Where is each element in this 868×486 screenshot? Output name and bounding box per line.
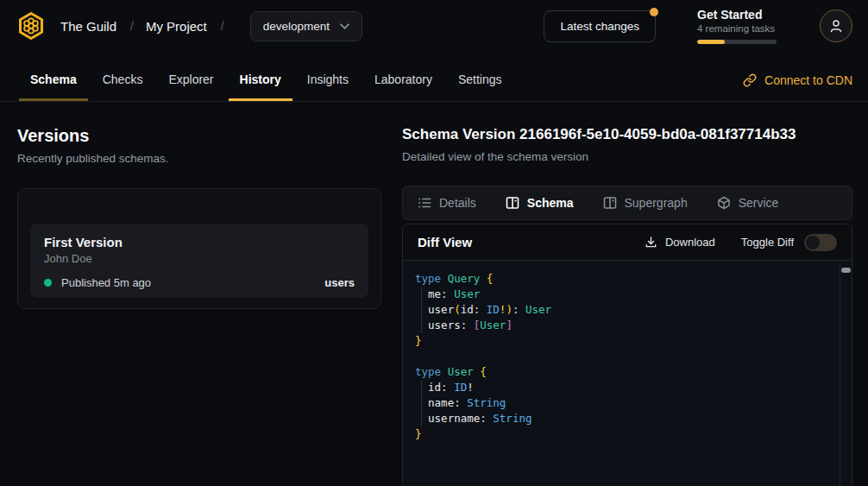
detail-tab-label: Service [739, 196, 779, 210]
detail-tab-supergraph[interactable]: Supergraph [603, 196, 688, 210]
tab-history[interactable]: History [229, 52, 292, 101]
tab-settings[interactable]: Settings [447, 52, 513, 101]
version-status: Published 5m ago [61, 276, 151, 289]
latest-changes-label: Latest changes [560, 20, 639, 33]
version-author: John Doe [44, 252, 355, 265]
service-badge: users [324, 276, 355, 289]
diff-actions: Download Toggle Diff [645, 234, 837, 251]
hive-honeycomb-logo-icon[interactable] [16, 10, 47, 41]
columns-layout-icon [506, 196, 519, 210]
tab-laboratory[interactable]: Laboratory [363, 52, 443, 101]
schema-code-viewer: type Query { me: User user(id: ID!): Use… [403, 260, 852, 486]
indent-guide [421, 287, 422, 333]
cube-icon [717, 196, 731, 210]
person-icon [828, 18, 844, 34]
get-started-title: Get Started [697, 8, 777, 22]
breadcrumb-project[interactable]: My Project [146, 19, 207, 34]
chevron-down-icon [340, 23, 349, 29]
schema-version-title: Schema Version 2166196f-5e10-4059-bd0a-0… [402, 126, 852, 143]
environment-select[interactable]: development [250, 11, 362, 41]
tab-checks[interactable]: Checks [91, 52, 154, 101]
get-started-widget[interactable]: Get Started 4 remaining tasks [697, 8, 777, 44]
detail-tab-label: Details [439, 196, 476, 210]
environment-select-value: development [263, 20, 330, 33]
code-vertical-scrollbar[interactable] [840, 261, 852, 486]
versions-title: Versions [17, 126, 381, 146]
detail-tab-label: Supergraph [625, 196, 688, 210]
diff-header: Diff View Download Toggle Diff [403, 224, 852, 260]
version-detail-panel: Schema Version 2166196f-5e10-4059-bd0a-0… [402, 126, 852, 486]
toggle-knob [806, 236, 820, 249]
versions-subtitle: Recently published schemas. [17, 152, 381, 165]
toggle-diff-switch[interactable] [804, 234, 837, 251]
schema-version-subtitle: Detailed view of the schema version [402, 150, 852, 163]
download-button[interactable]: Download [645, 236, 715, 249]
versions-panel: Versions Recently published schemas. Fir… [17, 126, 381, 486]
download-icon [645, 236, 657, 249]
scrollbar-thumb[interactable] [841, 268, 851, 273]
download-label: Download [665, 236, 715, 249]
connect-to-cdn-label: Connect to CDN [764, 73, 852, 87]
detail-tabstrip: Details Schema Supergrap [402, 186, 852, 220]
link-icon [743, 73, 757, 87]
graphql-sdl-code: type Query { me: User user(id: ID!): Use… [403, 261, 852, 452]
get-started-subtitle: 4 remaining tasks [697, 23, 777, 34]
versions-list-card: First Version John Doe Published 5m ago … [17, 188, 381, 309]
indent-guide [421, 380, 422, 426]
detail-tab-schema[interactable]: Schema [506, 196, 574, 210]
list-icon [418, 196, 431, 210]
breadcrumb-org[interactable]: The Guild [60, 19, 116, 34]
connect-to-cdn-button[interactable]: Connect to CDN [743, 52, 852, 101]
detail-tab-details[interactable]: Details [418, 196, 476, 210]
published-dot-icon [44, 279, 52, 287]
diff-panel: Diff View Download Toggle Diff [402, 224, 852, 486]
version-list-item[interactable]: First Version John Doe Published 5m ago … [30, 224, 368, 298]
tab-schema[interactable]: Schema [19, 52, 88, 101]
toggle-diff-label: Toggle Diff [741, 236, 794, 249]
version-status-row: Published 5m ago users [44, 276, 355, 289]
get-started-progress-bar [697, 40, 777, 44]
detail-tab-service[interactable]: Service [717, 196, 779, 210]
latest-changes-button[interactable]: Latest changes [544, 10, 656, 42]
get-started-progress-fill [697, 40, 725, 44]
breadcrumb-separator: / [221, 19, 224, 33]
detail-tab-label: Schema [527, 196, 574, 210]
main-content: Versions Recently published schemas. Fir… [0, 102, 868, 486]
diff-view-title: Diff View [418, 235, 472, 249]
tab-explorer[interactable]: Explorer [157, 52, 224, 101]
notification-dot-icon [650, 8, 658, 16]
breadcrumb-separator: / [130, 19, 134, 33]
top-header: The Guild / My Project / development Lat… [0, 0, 868, 52]
tab-insights[interactable]: Insights [296, 52, 360, 101]
version-name: First Version [44, 235, 355, 249]
user-avatar[interactable] [820, 9, 852, 42]
main-nav: Schema Checks Explorer History Insights … [0, 52, 868, 102]
columns-layout-icon [603, 196, 617, 210]
